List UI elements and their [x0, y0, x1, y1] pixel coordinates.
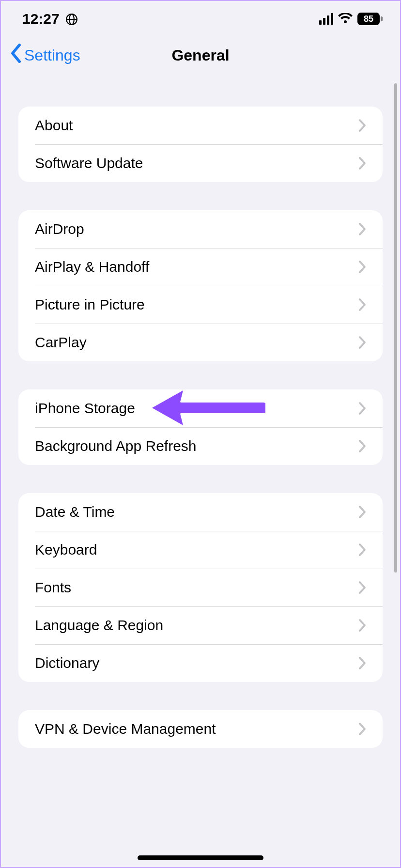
row-label: AirDrop — [35, 221, 84, 237]
row-language-region[interactable]: Language & Region — [18, 606, 383, 644]
row-keyboard[interactable]: Keyboard — [18, 531, 383, 569]
row-picture-in-picture[interactable]: Picture in Picture — [18, 286, 383, 324]
row-label: Dictionary — [35, 655, 99, 671]
row-label: Picture in Picture — [35, 296, 145, 313]
status-bar: 12:27 85 — [1, 1, 400, 32]
row-label: Language & Region — [35, 617, 163, 634]
status-right: 85 — [319, 13, 383, 25]
back-button[interactable]: Settings — [10, 32, 80, 78]
chevron-left-icon — [10, 44, 22, 67]
battery-level: 85 — [357, 13, 380, 25]
chevron-right-icon — [358, 722, 366, 736]
row-iphone-storage[interactable]: iPhone Storage — [18, 389, 383, 427]
battery-icon: 85 — [357, 13, 383, 25]
status-left: 12:27 — [22, 11, 78, 27]
row-carplay[interactable]: CarPlay — [18, 324, 383, 361]
wifi-icon — [338, 13, 353, 25]
row-about[interactable]: About — [18, 107, 383, 144]
row-software-update[interactable]: Software Update — [18, 144, 383, 182]
scroll-indicator — [394, 83, 397, 573]
chevron-right-icon — [358, 336, 366, 349]
chevron-right-icon — [358, 543, 366, 557]
chevron-right-icon — [358, 260, 366, 274]
back-label: Settings — [24, 46, 80, 64]
nav-bar: Settings General — [1, 32, 400, 78]
row-vpn-device-management[interactable]: VPN & Device Management — [18, 710, 383, 748]
page-title: General — [171, 46, 229, 64]
settings-group: VPN & Device Management — [18, 710, 383, 748]
row-label: VPN & Device Management — [35, 721, 216, 737]
row-background-app-refresh[interactable]: Background App Refresh — [18, 427, 383, 465]
status-time: 12:27 — [22, 11, 60, 27]
settings-group: Date & TimeKeyboardFontsLanguage & Regio… — [18, 493, 383, 682]
row-airplay-handoff[interactable]: AirPlay & Handoff — [18, 248, 383, 286]
settings-group: AirDropAirPlay & HandoffPicture in Pictu… — [18, 210, 383, 361]
row-date-time[interactable]: Date & Time — [18, 493, 383, 531]
row-label: Fonts — [35, 579, 71, 596]
row-label: Keyboard — [35, 542, 97, 558]
row-label: Date & Time — [35, 504, 115, 520]
chevron-right-icon — [358, 505, 366, 519]
settings-list: AboutSoftware UpdateAirDropAirPlay & Han… — [1, 107, 400, 748]
chevron-right-icon — [358, 619, 366, 632]
chevron-right-icon — [358, 298, 366, 311]
row-label: Software Update — [35, 155, 143, 171]
chevron-right-icon — [358, 581, 366, 594]
row-label: CarPlay — [35, 334, 87, 351]
row-dictionary[interactable]: Dictionary — [18, 644, 383, 682]
svg-rect-4 — [381, 16, 383, 21]
globe-icon — [65, 13, 78, 25]
row-label: About — [35, 117, 73, 134]
row-label: Background App Refresh — [35, 438, 197, 454]
chevron-right-icon — [358, 402, 366, 415]
row-label: iPhone Storage — [35, 400, 135, 417]
settings-group: iPhone StorageBackground App Refresh — [18, 389, 383, 465]
chevron-right-icon — [358, 222, 366, 236]
home-indicator — [138, 855, 263, 860]
row-fonts[interactable]: Fonts — [18, 569, 383, 606]
chevron-right-icon — [358, 119, 366, 132]
row-airdrop[interactable]: AirDrop — [18, 210, 383, 248]
chevron-right-icon — [358, 156, 366, 170]
chevron-right-icon — [358, 656, 366, 670]
chevron-right-icon — [358, 439, 366, 453]
cellular-icon — [319, 13, 333, 25]
settings-group: AboutSoftware Update — [18, 107, 383, 182]
row-label: AirPlay & Handoff — [35, 259, 149, 275]
